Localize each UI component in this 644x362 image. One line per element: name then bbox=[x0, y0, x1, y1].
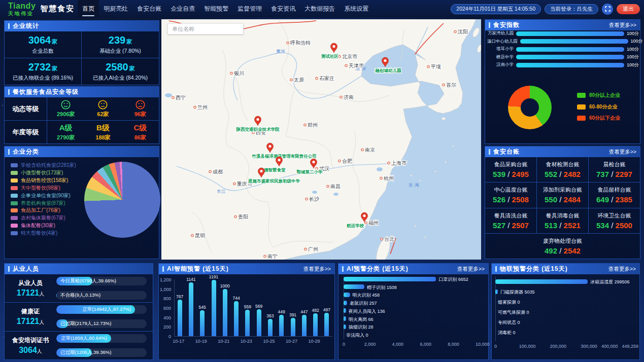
view-more-link[interactable]: 查看更多>> bbox=[609, 149, 636, 156]
panel-title: 食安指数 bbox=[493, 21, 520, 29]
category-bar bbox=[344, 284, 364, 289]
nav-item-食安资讯[interactable]: 食安资讯 bbox=[266, 0, 300, 18]
index-name: 万家湾幼儿园 bbox=[487, 30, 514, 37]
logout-button[interactable]: 退出 bbox=[617, 4, 640, 14]
x-axis-label: 10-19 bbox=[195, 339, 207, 344]
category-bar bbox=[344, 277, 436, 281]
trend-bar-value: 482 bbox=[312, 308, 319, 313]
x-axis-label: 200,000 bbox=[550, 344, 567, 349]
city-label: 贵阳 bbox=[238, 214, 248, 220]
city-marker bbox=[209, 170, 211, 172]
trend-bar bbox=[189, 282, 193, 336]
view-more-link[interactable]: 查看更多>> bbox=[609, 22, 636, 29]
city-label: 昆明 bbox=[195, 233, 205, 238]
index-bar-track bbox=[516, 31, 624, 36]
legend-item: 学校含幼托食堂(2281家) bbox=[11, 162, 76, 168]
stat-label: 已接入AI企业 (84.20%) bbox=[93, 75, 148, 82]
china-map[interactable]: 渤海东海黄河长江沈阳呼和浩特北京市天津市石家庄太原济南银川西宁兰州郑州西安南京合… bbox=[161, 19, 481, 260]
category-label: 明火识别 458 bbox=[353, 292, 380, 299]
city-label: 沈阳 bbox=[457, 29, 468, 34]
city-label: 杭州 bbox=[383, 175, 394, 181]
trend-bar bbox=[245, 310, 250, 336]
city-label: 长沙 bbox=[309, 196, 319, 202]
fullscreen-button[interactable] bbox=[602, 4, 613, 15]
nav-item-首页[interactable]: 首页 bbox=[78, 0, 99, 18]
staff-label: 食安培训证书 bbox=[12, 336, 49, 345]
city-marker bbox=[338, 55, 341, 57]
trend-bar-value: 449 bbox=[278, 309, 285, 314]
nav-item-智能预警[interactable]: 智能预警 bbox=[199, 0, 233, 18]
city-label: 合肥 bbox=[342, 158, 352, 164]
donut-legend-label: 60-80分企业 bbox=[589, 103, 618, 111]
legend-label: 特大型餐饮(4家) bbox=[21, 230, 57, 237]
nav-item-监督管理[interactable]: 监督管理 bbox=[233, 0, 266, 18]
nav-item-食安台账[interactable]: 食安台账 bbox=[132, 0, 166, 18]
category-label: 可燃气体探测 0 bbox=[498, 309, 529, 316]
app-title: 智慧食安 bbox=[40, 4, 75, 14]
tiandy-logo: Tiandy 天地伟业 bbox=[8, 2, 36, 16]
nav-item-企业自查[interactable]: 企业自查 bbox=[166, 0, 199, 18]
category-bar bbox=[495, 289, 498, 294]
category-label: 夜间人员闯入 136 bbox=[349, 308, 385, 315]
legend-label: 企事业单位食堂(90家) bbox=[21, 192, 71, 199]
y-axis-line bbox=[495, 276, 496, 341]
site-pin-label: 测试社区 bbox=[321, 54, 339, 59]
index-row: 塔耳小学100分 bbox=[487, 46, 640, 52]
current-user-badge: 当前登录：吕先生 bbox=[545, 4, 598, 14]
x-axis-label: 10-25 bbox=[263, 339, 275, 344]
staff-row: 健康证17121人正常(14942人,87.27%)已过期(2179人,12.7… bbox=[5, 303, 153, 331]
dynamic-grade-item: 62家 bbox=[84, 97, 121, 120]
nav-item-系统设置[interactable]: 系统设置 bbox=[340, 0, 373, 18]
panel-enterprise-stats: 企业统计 3064家企业总数239家基础企业 (7.80%)2732家已接入物联… bbox=[4, 20, 159, 85]
index-name: 塔耳小学 bbox=[487, 46, 514, 52]
stat-cell: 3064家企业总数 bbox=[5, 31, 82, 58]
trend-bar-value: 1000 bbox=[220, 283, 230, 288]
index-score: 100分 bbox=[627, 46, 639, 53]
panel-title: AI预警分类 (近15天) bbox=[347, 265, 409, 273]
legend-label: 食品加工厂(76家) bbox=[21, 207, 60, 214]
city-label: 平壤 bbox=[431, 64, 441, 69]
ledger-row: 食品采购台账539 / 2495食材检测台账552 / 2482晨检台账737 … bbox=[485, 157, 640, 183]
panel-title: 企业统计 bbox=[13, 22, 39, 30]
category-label: 专间状态 0 bbox=[498, 319, 520, 326]
nav-menu: 首页明厨亮灶食安台账企业自查智能预警监督管理食安资讯大数据报告系统设置 bbox=[78, 0, 373, 18]
index-bar-track bbox=[516, 55, 624, 59]
donut-legend-label: 60分以下企业 bbox=[589, 115, 620, 122]
panel-title: 物联预警分类 (近15天) bbox=[500, 265, 568, 273]
ledger-cell: 添加剂采购台账550 / 2484 bbox=[537, 183, 589, 207]
category-label: 抽烟识别 28 bbox=[349, 324, 374, 331]
view-more-link[interactable]: 查看更多>> bbox=[457, 266, 485, 273]
city-marker bbox=[304, 248, 307, 250]
city-label: 首尔 bbox=[446, 82, 456, 88]
y-axis-label: 800 bbox=[160, 296, 171, 301]
ledger-name: 废弃物处理台账 bbox=[543, 237, 582, 245]
legend-item: 小微型餐饮(173家) bbox=[11, 170, 63, 176]
index-bar-fill bbox=[520, 39, 628, 44]
datetime-badge: 2024年11月01日 星期五 14:05:50 bbox=[451, 4, 541, 14]
trend-bar bbox=[257, 309, 261, 336]
index-bar-fill bbox=[516, 63, 624, 67]
y-axis-label: 200 bbox=[160, 324, 171, 330]
staff-bar: 正常(14942人,87.27%) bbox=[56, 305, 147, 314]
staff-value: 17121人 bbox=[17, 317, 45, 326]
trend-bar-value: 1191 bbox=[209, 274, 218, 279]
staff-bar: 已过期(2179人,12.73%) bbox=[56, 319, 147, 328]
nav-item-大数据报告[interactable]: 大数据报告 bbox=[300, 0, 340, 18]
index-row: 万家湾幼儿园100分 bbox=[487, 30, 640, 37]
city-marker bbox=[304, 124, 306, 126]
unit-search-input[interactable]: 单位名称 bbox=[167, 23, 244, 34]
nav-item-明厨亮灶[interactable]: 明厨亮灶 bbox=[99, 0, 132, 18]
ledger-grid: 食品采购台账539 / 2495食材检测台账552 / 2482晨检台账737 … bbox=[485, 157, 640, 259]
grade-letter: C级 bbox=[133, 123, 147, 133]
stat-label: 已接入物联企业 (89.16%) bbox=[13, 75, 73, 82]
dashboard: { "nav": { "logo_line1": "Tiandy", "logo… bbox=[0, 0, 644, 362]
category-bar bbox=[344, 293, 350, 297]
x-axis-label: 10-17 bbox=[173, 339, 184, 344]
ledger-values: 539 / 2495 bbox=[493, 170, 529, 178]
view-more-link[interactable]: 查看更多>> bbox=[303, 266, 331, 273]
trend-bar bbox=[212, 280, 216, 336]
x-axis-label: 6,000 bbox=[420, 342, 431, 347]
view-more-link[interactable]: 查看更多>> bbox=[608, 266, 636, 273]
legend-item: 大中型餐饮(98家) bbox=[11, 185, 60, 191]
staff-label: 健康证 bbox=[21, 307, 40, 316]
